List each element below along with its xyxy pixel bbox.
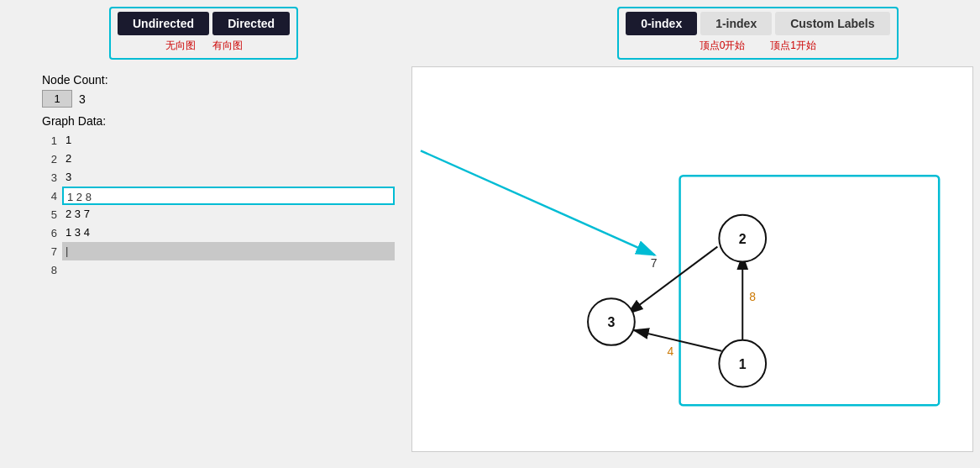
node-3	[588, 298, 635, 345]
row-number: 2	[42, 153, 62, 166]
row-number: 6	[42, 227, 62, 239]
custom-labels-button[interactable]: Custom Labels	[775, 12, 889, 35]
zero-index-label: 顶点0开始	[700, 39, 746, 53]
edge-1-3	[634, 330, 722, 351]
node-count-label: Node Count:	[42, 73, 411, 87]
table-row-active: 7 |	[42, 242, 395, 260]
table-row: 5 2 3 7	[42, 205, 395, 223]
row-number: 1	[42, 134, 62, 147]
table-row: 8	[42, 260, 395, 279]
one-index-label: 顶点1开始	[770, 39, 816, 53]
undirected-label: 无向图	[165, 39, 196, 53]
graph-type-labels: 无向图 有向图	[165, 39, 243, 53]
node-count-row: 3	[42, 90, 411, 108]
table-row-highlighted: 4 1 2 8	[42, 187, 395, 205]
graph-data-label: Graph Data:	[42, 114, 411, 128]
undirected-button[interactable]: Undirected	[118, 12, 209, 35]
edge-weight-8: 8	[749, 290, 756, 303]
row-number: 8	[42, 264, 62, 276]
row-number: 3	[42, 171, 62, 184]
graph-svg: 8 7 4 2 3 1	[412, 67, 972, 451]
graph-highlight-box	[680, 176, 940, 405]
index-type-toggle-group: 0-index 1-index Custom Labels 顶点0开始 顶点1开…	[617, 7, 898, 60]
table-row: 1 1	[42, 131, 395, 150]
row-content[interactable]: 2	[62, 150, 395, 168]
graph-data-table: 1 1 2 2 3 3 4 1 2 8 5 2 3 7	[42, 131, 395, 279]
edge-weight-7: 7	[651, 256, 658, 270]
table-row: 2 2	[42, 150, 395, 168]
row-number: 5	[42, 208, 62, 221]
row-content[interactable]	[62, 260, 395, 279]
row-content[interactable]: 1 3 4	[62, 223, 395, 242]
row-content[interactable]: 1	[62, 131, 395, 150]
graph-type-buttons: Undirected Directed	[118, 12, 290, 35]
node-2	[719, 215, 766, 262]
node-count-input[interactable]	[42, 90, 72, 108]
edge-2-3	[628, 247, 718, 313]
row-content[interactable]: 3	[62, 168, 395, 187]
row-content-active[interactable]: |	[62, 242, 395, 260]
node-1-label: 1	[739, 357, 747, 371]
edge-weight-4: 4	[668, 344, 674, 358]
row-to-graph-arrow	[421, 150, 655, 255]
index-type-labels: 顶点0开始 顶点1开始	[700, 39, 816, 53]
table-row: 3 3	[42, 168, 395, 187]
graph-type-toggle-group: Undirected Directed 无向图 有向图	[109, 7, 298, 60]
main-layout: Node Count: 3 Graph Data: 1 1 2 2 3 3	[0, 66, 980, 459]
one-index-button[interactable]: 1-index	[700, 12, 772, 35]
node-count-value: 3	[79, 92, 86, 106]
left-panel: Node Count: 3 Graph Data: 1 1 2 2 3 3	[0, 66, 411, 459]
row-content[interactable]: 2 3 7	[62, 205, 395, 223]
directed-button[interactable]: Directed	[212, 12, 290, 35]
graph-canvas-panel: 8 7 4 2 3 1	[411, 66, 973, 452]
node-1	[719, 340, 766, 387]
row-content-highlighted[interactable]: 1 2 8	[62, 187, 395, 205]
table-row: 6 1 3 4	[42, 223, 395, 242]
row-number: 7	[42, 245, 62, 258]
top-controls: Undirected Directed 无向图 有向图 0-index 1-in…	[0, 0, 980, 63]
node-3-label: 3	[608, 315, 616, 329]
directed-label: 有向图	[212, 39, 243, 53]
node-2-label: 2	[739, 232, 747, 246]
row-number: 4	[42, 190, 62, 202]
index-type-buttons: 0-index 1-index Custom Labels	[626, 12, 889, 35]
zero-index-button[interactable]: 0-index	[626, 12, 697, 35]
